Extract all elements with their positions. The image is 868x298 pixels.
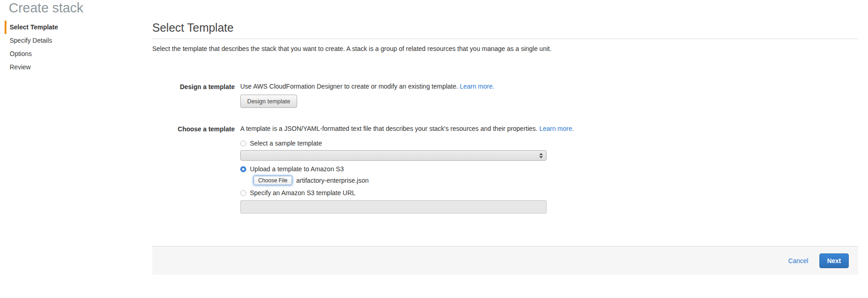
page-title: Create stack [9, 0, 83, 16]
divider [152, 39, 858, 39]
sidebar-item-specify-details[interactable]: Specify Details [5, 34, 115, 47]
design-template-label: Design a template [152, 83, 235, 108]
design-template-text: Use AWS CloudFormation Designer to creat… [240, 83, 460, 90]
radio-s3-url-label[interactable]: Specify an Amazon S3 template URL [250, 189, 355, 197]
sidebar-item-review[interactable]: Review [5, 61, 115, 74]
radio-upload-s3[interactable] [240, 166, 246, 172]
select-stepper-icon [539, 153, 543, 158]
sidebar-item-options[interactable]: Options [5, 47, 115, 61]
section-description: Select the template that describes the s… [152, 45, 858, 52]
section-header: Select Template Select the template that… [152, 21, 858, 52]
choose-file-button[interactable]: Choose File [254, 176, 292, 185]
radio-s3-url[interactable] [240, 190, 246, 196]
radio-sample-template[interactable] [240, 141, 246, 146]
choose-learn-more-link[interactable]: Learn more. [539, 125, 574, 132]
file-upload-row: Choose File artifactory-enterprise.json [254, 176, 574, 185]
design-learn-more-link[interactable]: Learn more. [460, 83, 494, 90]
choose-template-text: A template is a JSON/YAML-formatted text… [240, 125, 539, 132]
option-upload-template: Upload a template to Amazon S3 [240, 165, 574, 173]
design-template-button[interactable]: Design template [240, 95, 297, 108]
sample-template-select[interactable] [240, 150, 547, 161]
option-specify-url: Specify an Amazon S3 template URL [240, 189, 574, 197]
option-select-sample-template: Select a sample template [240, 140, 574, 147]
footer-action-bar: Cancel Next [152, 246, 858, 275]
design-template-row: Design a template Use AWS CloudFormation… [152, 83, 494, 108]
choose-template-label: Choose a template [152, 125, 235, 214]
radio-sample-template-label[interactable]: Select a sample template [250, 140, 322, 147]
create-stack-page: { "page": { "title": "Create stack" }, "… [0, 0, 868, 298]
sidebar-item-select-template[interactable]: Select Template [5, 21, 115, 34]
s3-url-input[interactable] [240, 200, 547, 214]
uploaded-file-name: artifactory-enterprise.json [296, 177, 369, 184]
next-button[interactable]: Next [819, 253, 849, 268]
choose-template-row: Choose a template A template is a JSON/Y… [152, 125, 574, 214]
radio-upload-s3-label[interactable]: Upload a template to Amazon S3 [250, 165, 344, 173]
wizard-steps: Select Template Specify Details Options … [5, 21, 115, 74]
cancel-link[interactable]: Cancel [788, 257, 808, 264]
section-title: Select Template [152, 21, 858, 34]
